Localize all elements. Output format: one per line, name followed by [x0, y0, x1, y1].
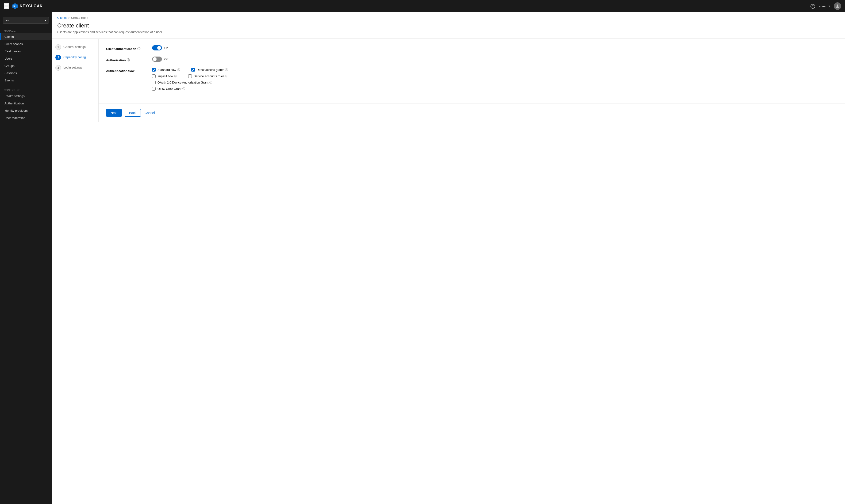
authorization-row: Authorization ⓘ Off: [106, 57, 838, 62]
authorization-label: Authorization ⓘ: [106, 57, 148, 62]
content-area: Clients > Create client Create client Cl…: [52, 12, 845, 504]
page-title: Create client: [57, 22, 839, 29]
main-layout: vcd ▾ Manage Clients Client scopes Realm…: [0, 12, 845, 504]
breadcrumb: Clients > Create client: [52, 12, 845, 19]
wizard-step-2[interactable]: 2 Capability config: [55, 55, 94, 60]
step-1-number: 1: [55, 44, 61, 50]
step-2-number: 2: [55, 55, 61, 60]
cancel-button[interactable]: Cancel: [144, 109, 156, 116]
breadcrumb-separator: >: [68, 16, 70, 19]
sidebar-item-groups-label: Groups: [4, 64, 15, 68]
sidebar-item-users[interactable]: Users: [0, 55, 52, 62]
checkbox-row-1: Standard flow ⓘ Direct access grants ⓘ: [152, 68, 228, 72]
wizard-content: Client authentication ⓘ On: [99, 39, 845, 103]
realm-chevron-icon: ▾: [45, 19, 46, 22]
user-avatar-icon: [835, 4, 840, 8]
sidebar-item-client-scopes[interactable]: Client scopes: [0, 40, 52, 48]
manage-section-label: Manage: [0, 28, 52, 33]
chevron-down-icon: ▾: [829, 4, 830, 8]
standard-flow-checkbox[interactable]: [152, 68, 156, 72]
auth-flow-label: Authentication flow: [106, 68, 148, 73]
authorization-control: Off: [152, 57, 168, 62]
avatar[interactable]: [834, 2, 841, 10]
oidc-ciba-help-icon[interactable]: ⓘ: [182, 87, 185, 91]
wizard-footer: Next Back Cancel: [99, 103, 845, 122]
client-auth-row: Client authentication ⓘ On: [106, 45, 838, 51]
sidebar-item-authentication[interactable]: Authentication: [0, 100, 52, 107]
breadcrumb-current: Create client: [71, 16, 88, 19]
step-1-label: General settings: [64, 44, 86, 49]
sidebar-item-identity-providers[interactable]: Identity providers: [0, 107, 52, 114]
oauth-device-checkbox[interactable]: [152, 81, 156, 84]
back-button[interactable]: Back: [125, 109, 141, 116]
help-button[interactable]: ?: [810, 3, 815, 9]
step-3-label: Login settings: [64, 65, 82, 69]
auth-flow-row: Authentication flow Standard flow ⓘ: [106, 68, 838, 91]
implicit-flow-help-icon[interactable]: ⓘ: [174, 74, 177, 78]
wizard-steps: 1 General settings 2 Capability config 3…: [52, 39, 99, 122]
next-button[interactable]: Next: [106, 109, 122, 116]
sidebar-item-groups[interactable]: Groups: [0, 62, 52, 69]
direct-access-checkbox[interactable]: [191, 68, 195, 72]
authorization-help-icon[interactable]: ⓘ: [127, 58, 130, 62]
wizard-step-1[interactable]: 1 General settings: [55, 44, 94, 50]
client-auth-slider: [152, 45, 162, 51]
client-auth-control: On: [152, 45, 168, 51]
sidebar-item-realm-settings-label: Realm settings: [4, 94, 25, 98]
client-auth-toggle[interactable]: [152, 45, 162, 51]
breadcrumb-clients-link[interactable]: Clients: [57, 16, 67, 19]
oidc-ciba-label: OIDC CIBA Grant ⓘ: [158, 87, 185, 91]
oidc-ciba-checkbox[interactable]: [152, 87, 156, 91]
service-accounts-checkbox[interactable]: [188, 74, 192, 78]
user-dropdown[interactable]: admin ▾: [819, 4, 830, 8]
client-auth-help-icon[interactable]: ⓘ: [137, 47, 140, 51]
implicit-flow-label: Implicit flow ⓘ: [158, 74, 177, 78]
sidebar-item-realm-settings[interactable]: Realm settings: [0, 92, 52, 100]
sidebar-item-clients[interactable]: Clients: [0, 33, 52, 40]
standard-flow-help-icon[interactable]: ⓘ: [177, 68, 180, 72]
configure-section-label: Configure: [0, 87, 52, 92]
authorization-toggle[interactable]: [152, 57, 162, 62]
page-description: Clients are applications and services th…: [57, 30, 839, 34]
sidebar-item-authentication-label: Authentication: [4, 102, 24, 105]
sidebar-item-user-federation[interactable]: User federation: [0, 114, 52, 122]
sidebar-item-realm-roles[interactable]: Realm roles: [0, 48, 52, 55]
standard-flow-label: Standard flow ⓘ: [158, 68, 180, 72]
wizard-step-3[interactable]: 3 Login settings: [55, 65, 94, 71]
checkbox-oauth-device: OAuth 2.0 Device Authorization Grant ⓘ: [152, 80, 228, 85]
implicit-flow-checkbox[interactable]: [152, 74, 156, 78]
step-2-label: Capability config: [64, 55, 86, 59]
checkbox-service-accounts: Service accounts roles ⓘ: [188, 74, 228, 78]
sidebar-item-client-scopes-label: Client scopes: [4, 42, 23, 46]
sidebar-item-events-label: Events: [4, 78, 14, 82]
sidebar-item-users-label: Users: [4, 57, 13, 60]
direct-access-label: Direct access grants ⓘ: [197, 68, 228, 72]
direct-access-help-icon[interactable]: ⓘ: [225, 68, 228, 72]
service-accounts-label: Service accounts roles ⓘ: [194, 74, 228, 78]
sidebar-item-sessions[interactable]: Sessions: [0, 69, 52, 77]
checkbox-row-3: OAuth 2.0 Device Authorization Grant ⓘ: [152, 80, 228, 85]
checkbox-row-4: OIDC CIBA Grant ⓘ: [152, 87, 228, 91]
sidebar-item-identity-providers-label: Identity providers: [4, 109, 28, 112]
page-header: Create client Clients are applications a…: [52, 19, 845, 39]
navbar-left: ☰ K KEYCLOAK: [4, 3, 43, 10]
checkbox-standard-flow: Standard flow ⓘ: [152, 68, 180, 72]
service-accounts-help-icon[interactable]: ⓘ: [225, 74, 228, 78]
client-auth-state-label: On: [164, 46, 168, 50]
help-circle-icon: ?: [810, 4, 815, 9]
logo-text: KEYCLOAK: [20, 4, 43, 8]
wizard: 1 General settings 2 Capability config 3…: [52, 39, 845, 122]
sidebar-item-events[interactable]: Events: [0, 77, 52, 84]
oauth-device-help-icon[interactable]: ⓘ: [209, 80, 212, 85]
logo: K KEYCLOAK: [12, 3, 43, 10]
oauth-device-label: OAuth 2.0 Device Authorization Grant ⓘ: [158, 80, 212, 85]
svg-point-3: [837, 4, 839, 6]
checkbox-direct-access: Direct access grants ⓘ: [191, 68, 228, 72]
realm-selector[interactable]: vcd ▾: [3, 17, 49, 24]
hamburger-menu-button[interactable]: ☰: [4, 3, 9, 10]
keycloak-logo-icon: K: [12, 3, 18, 10]
wizard-body: Client authentication ⓘ On: [99, 39, 845, 122]
sidebar-item-clients-label: Clients: [4, 35, 14, 38]
checkbox-row-2: Implicit flow ⓘ Service accounts roles ⓘ: [152, 74, 228, 78]
username-label: admin: [819, 4, 827, 8]
